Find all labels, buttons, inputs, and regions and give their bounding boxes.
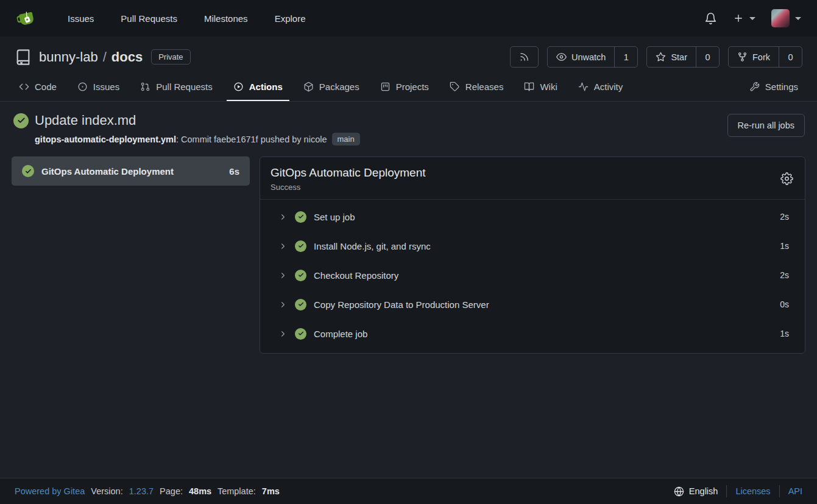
step-row-complete-job[interactable]: Complete job 1s	[260, 319, 805, 348]
step-success-check-icon	[295, 299, 306, 310]
step-success-check-icon	[295, 240, 306, 252]
branch-badge[interactable]: main	[332, 133, 360, 145]
globe-icon	[674, 486, 684, 497]
step-name: Checkout Repository	[314, 270, 773, 281]
activity-pulse-icon	[578, 82, 589, 92]
language-selector[interactable]: English	[674, 486, 718, 497]
nav-issues[interactable]: Issues	[57, 7, 104, 30]
tag-icon	[450, 82, 460, 92]
run-title: Update index.md	[35, 113, 136, 128]
chevron-right-icon[interactable]	[278, 271, 288, 280]
page-time-label: Page:	[160, 486, 183, 496]
actions-play-icon	[233, 82, 244, 92]
chevron-down-icon	[795, 17, 801, 20]
nav-explore[interactable]: Explore	[264, 7, 316, 30]
tab-code[interactable]: Code	[12, 75, 63, 101]
job-duration: 6s	[229, 166, 239, 177]
repo-tabs: Code Issues Pull Requests Actions Packag…	[0, 74, 817, 101]
step-success-check-icon	[295, 211, 306, 223]
eye-icon	[556, 52, 567, 62]
step-name: Set up job	[314, 212, 773, 222]
step-success-check-icon	[295, 328, 306, 340]
watchers-count[interactable]: 1	[614, 47, 637, 67]
stars-count[interactable]: 0	[696, 47, 719, 67]
step-duration: 2s	[780, 212, 789, 222]
run-success-check-icon	[13, 113, 29, 128]
run-subtitle: gitops-automatic-deployment.yml: Commit …	[35, 133, 360, 145]
repo-header: bunny-lab / docs Private Unwatch 1	[0, 37, 817, 102]
commit-info: : Commit faebe1671f pushed by nicole	[176, 135, 327, 144]
licenses-link[interactable]: Licenses	[735, 486, 770, 496]
star-button-group: Star 0	[646, 46, 720, 68]
job-name: GitOps Automatic Deployment	[41, 166, 222, 177]
fork-button-group: Fork 0	[728, 46, 802, 68]
fork-button[interactable]: Fork	[729, 47, 779, 67]
job-panel-title: GitOps Automatic Deployment	[271, 166, 426, 180]
job-success-check-icon	[22, 165, 34, 177]
tab-issues[interactable]: Issues	[71, 75, 126, 101]
repo-breadcrumb: bunny-lab / docs	[39, 49, 143, 65]
chevron-right-icon[interactable]	[278, 329, 288, 338]
step-row-copy-repository-data[interactable]: Copy Repository Data to Production Serve…	[260, 290, 805, 319]
step-row-checkout-repository[interactable]: Checkout Repository 2s	[260, 261, 805, 290]
footer-divider	[726, 485, 727, 497]
repo-name-link[interactable]: docs	[111, 49, 143, 65]
issue-icon	[77, 82, 88, 92]
user-menu[interactable]	[771, 9, 801, 27]
page-footer: Powered by Gitea Version: 1.23.7 Page: 4…	[0, 478, 817, 504]
rerun-all-jobs-button[interactable]: Re-run all jobs	[727, 114, 805, 137]
workflow-file-name[interactable]: gitops-automatic-deployment.yml	[35, 135, 176, 144]
step-duration: 1s	[780, 329, 789, 338]
repo-owner-link[interactable]: bunny-lab	[39, 49, 98, 65]
breadcrumb-separator: /	[103, 49, 107, 65]
tab-packages[interactable]: Packages	[297, 75, 366, 101]
step-success-check-icon	[295, 270, 306, 281]
jobs-sidebar: GitOps Automatic Deployment 6s	[12, 156, 250, 186]
step-duration: 2s	[780, 270, 789, 280]
step-row-install-node[interactable]: Install Node.js, git, and rsync 1s	[260, 231, 805, 261]
chevron-right-icon[interactable]	[278, 242, 288, 251]
tab-pull-requests[interactable]: Pull Requests	[133, 75, 219, 101]
gitea-logo[interactable]	[16, 6, 40, 30]
tab-settings[interactable]: Settings	[743, 75, 805, 101]
avatar	[771, 9, 790, 27]
package-icon	[303, 82, 314, 92]
page-time-value: 48ms	[189, 486, 211, 496]
nav-pull-requests[interactable]: Pull Requests	[110, 7, 188, 30]
api-link[interactable]: API	[788, 486, 802, 496]
job-options-gear-icon[interactable]	[779, 171, 794, 186]
step-name: Complete job	[314, 329, 773, 339]
chevron-right-icon[interactable]	[278, 212, 288, 222]
tab-activity[interactable]: Activity	[571, 75, 630, 101]
job-status-text: Success	[271, 183, 426, 192]
version-link[interactable]: 1.23.7	[129, 486, 154, 496]
chevron-right-icon[interactable]	[278, 300, 288, 309]
step-name: Install Node.js, git, and rsync	[314, 241, 773, 251]
template-time-value: 7ms	[262, 486, 280, 496]
repo-icon	[15, 49, 32, 66]
workflow-run-header: Update index.md gitops-automatic-deploym…	[0, 102, 817, 154]
job-list-item-selected[interactable]: GitOps Automatic Deployment 6s	[12, 156, 250, 186]
powered-by-gitea-link[interactable]: Powered by Gitea	[15, 486, 85, 496]
step-row-setup-job[interactable]: Set up job 2s	[260, 202, 805, 231]
run-content: GitOps Automatic Deployment 6s GitOps Au…	[0, 154, 817, 478]
footer-divider	[779, 485, 780, 497]
chevron-down-icon	[749, 17, 755, 20]
tab-releases[interactable]: Releases	[443, 75, 511, 101]
rss-button[interactable]	[510, 46, 539, 68]
star-button[interactable]: Star	[647, 47, 696, 67]
project-board-icon	[380, 82, 391, 92]
tab-projects[interactable]: Projects	[373, 75, 436, 101]
step-duration: 0s	[780, 299, 789, 309]
gitea-cup-icon	[15, 5, 41, 32]
tab-actions[interactable]: Actions	[227, 75, 289, 101]
tab-wiki[interactable]: Wiki	[517, 75, 564, 101]
step-duration: 1s	[780, 241, 789, 251]
forks-count[interactable]: 0	[779, 47, 802, 67]
private-badge: Private	[151, 49, 190, 65]
nav-milestones[interactable]: Milestones	[194, 7, 258, 30]
notifications-bell-icon[interactable]	[704, 12, 717, 25]
unwatch-button[interactable]: Unwatch	[548, 47, 614, 67]
fork-icon	[737, 52, 748, 62]
create-new-dropdown[interactable]	[733, 13, 755, 24]
